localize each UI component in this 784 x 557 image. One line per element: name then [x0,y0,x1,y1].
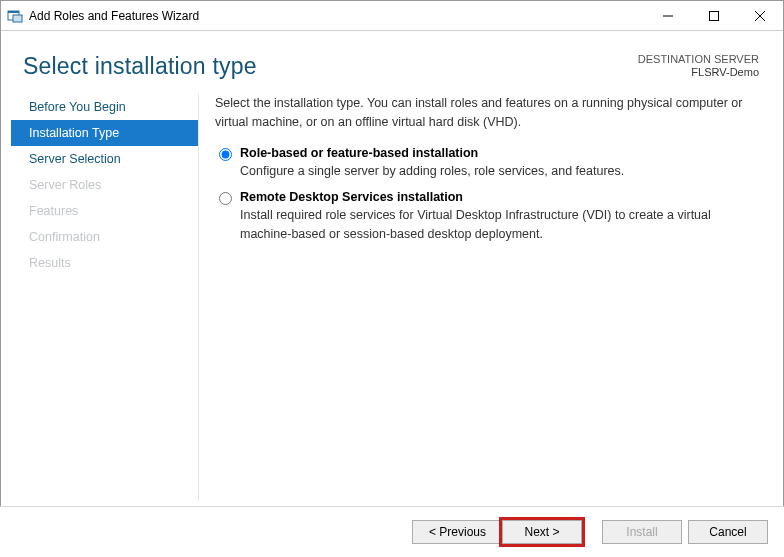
option-remote-desktop[interactable]: Remote Desktop Services installation Ins… [215,190,761,244]
wizard-footer: < Previous Next > Install Cancel [0,506,784,557]
sidebar-item-installation-type[interactable]: Installation Type [11,120,198,146]
page-title: Select installation type [23,53,257,80]
sidebar-item-results: Results [11,250,198,276]
previous-button[interactable]: < Previous [412,520,502,544]
title-bar: Add Roles and Features Wizard [1,1,783,31]
svg-rect-4 [710,11,719,20]
wizard-header: Select installation type DESTINATION SER… [1,31,783,90]
sidebar-item-before-you-begin[interactable]: Before You Begin [11,94,198,120]
window-title: Add Roles and Features Wizard [29,9,645,23]
minimize-button[interactable] [645,1,691,30]
radio-remote-desktop[interactable] [219,192,232,205]
sidebar-item-confirmation: Confirmation [11,224,198,250]
next-button[interactable]: Next > [502,520,582,544]
description-text: Select the installation type. You can in… [215,94,761,132]
svg-rect-1 [8,11,19,13]
window-controls [645,1,783,30]
install-button: Install [602,520,682,544]
maximize-button[interactable] [691,1,737,30]
destination-label: DESTINATION SERVER [638,53,759,65]
sidebar-item-server-selection[interactable]: Server Selection [11,146,198,172]
svg-rect-2 [13,15,22,22]
wizard-body: Before You Begin Installation Type Serve… [1,90,783,500]
main-content: Select the installation type. You can in… [199,94,783,500]
option-remote-desktop-subtext: Install required role services for Virtu… [240,206,761,244]
option-role-based-label: Role-based or feature-based installation [240,146,761,160]
option-remote-desktop-label: Remote Desktop Services installation [240,190,761,204]
wizard-steps-sidebar: Before You Begin Installation Type Serve… [11,94,199,500]
destination-server-block: DESTINATION SERVER FLSRV-Demo [638,53,759,78]
sidebar-item-features: Features [11,198,198,224]
sidebar-item-server-roles: Server Roles [11,172,198,198]
window-icon [7,8,23,24]
cancel-button[interactable]: Cancel [688,520,768,544]
option-role-based-subtext: Configure a single server by adding role… [240,162,761,181]
destination-value: FLSRV-Demo [638,66,759,78]
option-role-based[interactable]: Role-based or feature-based installation… [215,146,761,181]
radio-role-based[interactable] [219,148,232,161]
close-button[interactable] [737,1,783,30]
prev-next-group: < Previous Next > [412,520,582,544]
